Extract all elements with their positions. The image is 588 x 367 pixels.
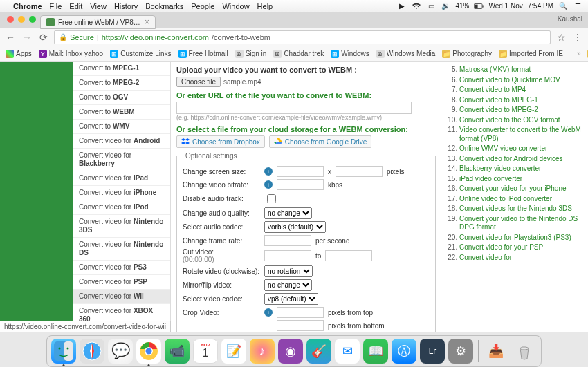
menu-history[interactable]: History <box>114 2 138 10</box>
dock-finder[interactable] <box>51 339 76 364</box>
related-link[interactable]: Convert video to Quicktime MOV <box>459 76 582 85</box>
disable-audio-checkbox[interactable] <box>267 194 276 203</box>
window-minimize[interactable] <box>18 16 25 23</box>
related-link[interactable]: Convert videos for the Nintendo 3DS <box>459 205 582 214</box>
quicktime-icon[interactable]: ▶ <box>397 2 407 10</box>
volume-icon[interactable]: 🔉 <box>441 2 450 10</box>
window-close[interactable] <box>7 16 14 23</box>
related-link[interactable]: Convert video for Playstation3 (PS3) <box>459 234 582 243</box>
rotate-select[interactable]: no rotation <box>264 265 313 277</box>
bookmark-signin[interactable]: 🗎Sign in <box>235 50 267 58</box>
bookmarks-overflow-icon[interactable]: » <box>577 50 581 57</box>
info-icon[interactable]: i <box>264 308 273 317</box>
leftnav-item[interactable]: Convert video for Blackberry <box>73 149 170 171</box>
nav-reload-icon[interactable]: ⟳ <box>37 31 50 44</box>
bookmark-star-icon[interactable]: ☆ <box>555 31 567 44</box>
apps-button[interactable]: Apps <box>6 50 32 58</box>
window-zoom[interactable] <box>29 16 36 23</box>
bookmark-customize[interactable]: ⊞Customize Links <box>110 50 171 58</box>
dock-books[interactable]: 📖 <box>363 339 388 364</box>
height-input[interactable] <box>336 166 383 177</box>
leftnav-item[interactable]: Convert to MPEG-1 <box>73 62 170 76</box>
menu-file[interactable]: File <box>50 2 62 10</box>
bookmark-imported[interactable]: 📁Imported From IE <box>499 50 563 58</box>
info-icon[interactable]: i <box>264 180 273 189</box>
bookmark-winmedia[interactable]: 🗎Windows Media <box>376 50 436 58</box>
spotlight-icon[interactable]: 🔍 <box>558 2 568 10</box>
leftnav-item[interactable]: Convert video for Android <box>73 134 170 149</box>
audio-codec-select[interactable]: vorbis (default) <box>264 221 326 233</box>
video-codec-select[interactable]: vp8 (default) <box>264 293 318 305</box>
related-link[interactable]: Video converter to convert to the WebM f… <box>459 126 582 143</box>
related-link[interactable]: Convert video to MP4 <box>459 86 582 95</box>
bitrate-input[interactable] <box>277 179 324 190</box>
related-link[interactable]: Convert video to the OGV format <box>459 116 582 125</box>
framerate-input[interactable] <box>264 235 311 246</box>
related-link[interactable]: Convert your video to the Nintendo DS DP… <box>459 215 582 232</box>
bookmark-photography[interactable]: 📁Photography <box>442 50 492 58</box>
dock-appstore[interactable]: Ⓐ <box>392 339 416 364</box>
dock-lightroom[interactable]: Lr <box>420 339 445 364</box>
screen-mirror-icon[interactable]: ▭ <box>426 2 436 10</box>
choose-file-button[interactable]: Choose file <box>176 77 221 87</box>
dock-calendar[interactable]: NOV1 <box>193 339 218 364</box>
dropbox-button[interactable]: Choose from Dropbox <box>176 135 265 148</box>
cut-end-input[interactable] <box>325 250 372 261</box>
dock-podcasts[interactable]: ◉ <box>278 339 303 364</box>
tab-close-icon[interactable]: × <box>145 17 149 27</box>
dock-notes[interactable]: 📝 <box>221 339 246 364</box>
leftnav-item[interactable]: Convert video for iPad <box>73 171 170 186</box>
dock-messages[interactable]: 💬 <box>108 339 133 364</box>
bookmark-yahoo[interactable]: YMail: Inbox yahoo <box>39 50 103 58</box>
cut-start-input[interactable] <box>264 250 311 261</box>
width-input[interactable] <box>277 166 324 177</box>
leftnav-item[interactable]: Convert video for PS3 <box>73 261 170 275</box>
dock-safari[interactable] <box>80 339 104 364</box>
dock-chrome[interactable] <box>136 339 161 364</box>
menubar-time[interactable]: 7:54 PM <box>528 2 553 10</box>
bookmark-chaddar[interactable]: 🗎Chaddar trek <box>273 50 324 58</box>
dock-downloads[interactable]: 📥 <box>484 339 508 364</box>
source-url-input[interactable] <box>176 102 412 114</box>
dock-facetime[interactable]: 📹 <box>165 339 190 364</box>
leftnav-item[interactable]: Convert to WEBM <box>73 105 170 120</box>
leftnav-item[interactable]: Convert video for Nintendo DS <box>73 238 170 261</box>
bookmark-windows[interactable]: ⊞Windows <box>331 50 369 58</box>
info-icon[interactable]: i <box>264 167 273 176</box>
app-name[interactable]: Chrome <box>13 2 42 10</box>
omnibox[interactable]: 🔒 Secure | https://video.online-convert.… <box>54 30 551 44</box>
leftnav-item[interactable]: Convert video for iPhone <box>73 186 170 200</box>
related-link[interactable]: Convert video for your PSP <box>459 243 582 252</box>
notifications-icon[interactable]: ☰ <box>573 2 582 10</box>
leftnav-item[interactable]: Convert video for Nintendo 3DS <box>73 215 170 238</box>
related-link[interactable]: Convert video for <box>459 254 582 263</box>
crop-bottom-input[interactable] <box>277 320 324 331</box>
leftnav-item[interactable]: Convert to MPEG-2 <box>73 76 170 91</box>
battery-icon[interactable] <box>474 2 484 10</box>
related-link[interactable]: Matroska (MKV) format <box>459 66 582 75</box>
menubar-date[interactable]: Wed 1 Nov <box>488 2 522 10</box>
dock-trash[interactable] <box>512 339 537 364</box>
related-link[interactable]: Online WMV video converter <box>459 144 582 153</box>
leftnav-item[interactable]: Convert video for iPod <box>73 200 170 215</box>
dock-itunes[interactable]: ♪ <box>250 339 275 364</box>
related-link[interactable]: Convert video to MPEG-1 <box>459 96 582 105</box>
nav-forward-icon[interactable]: → <box>21 31 33 44</box>
crop-top-input[interactable] <box>277 307 324 318</box>
leftnav-item[interactable]: Convert to OGV <box>73 91 170 105</box>
menu-people[interactable]: People <box>191 2 214 10</box>
menu-bookmarks[interactable]: Bookmarks <box>145 2 183 10</box>
nav-back-icon[interactable]: ← <box>4 31 17 44</box>
mirror-select[interactable]: no change <box>264 279 312 291</box>
chrome-menu-icon[interactable]: ⋮ <box>571 31 584 44</box>
dock-sysprefs[interactable]: ⚙ <box>448 339 473 364</box>
audio-quality-select[interactable]: no change <box>264 207 312 219</box>
menu-edit[interactable]: Edit <box>69 2 82 10</box>
leftnav-item[interactable]: Convert video for PSP <box>73 275 170 290</box>
wifi-icon[interactable] <box>412 2 421 10</box>
dock-garageband[interactable]: 🎸 <box>306 339 331 364</box>
bookmark-hotmail[interactable]: ⊞Free Hotmail <box>178 50 228 58</box>
menu-view[interactable]: View <box>90 2 107 10</box>
browser-tab[interactable]: Free online WebM / VP8 conv × <box>40 15 156 29</box>
related-link[interactable]: iPad video converter <box>459 175 582 184</box>
